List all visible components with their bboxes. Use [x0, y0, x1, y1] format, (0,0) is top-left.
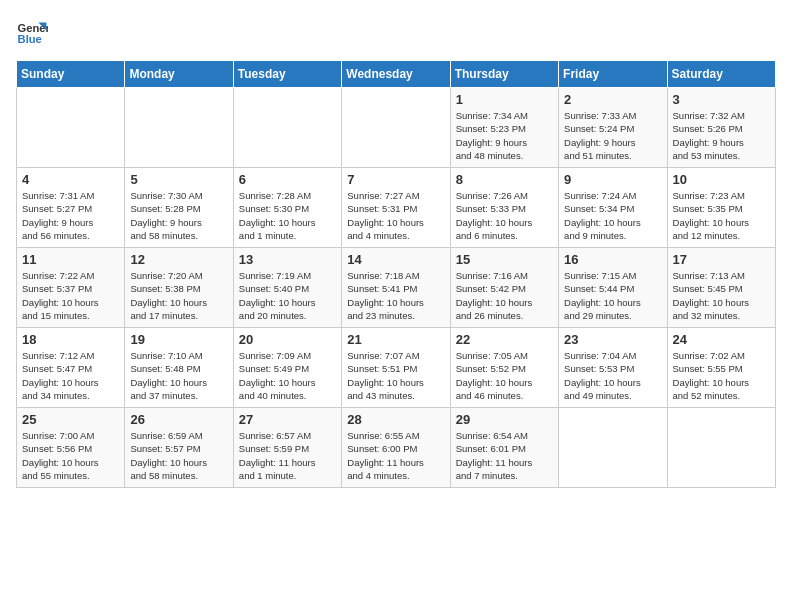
day-info: Sunrise: 7:16 AMSunset: 5:42 PMDaylight:…: [456, 269, 553, 322]
day-cell: 18Sunrise: 7:12 AMSunset: 5:47 PMDayligh…: [17, 328, 125, 408]
day-info: Sunrise: 7:32 AMSunset: 5:26 PMDaylight:…: [673, 109, 770, 162]
col-header-sunday: Sunday: [17, 61, 125, 88]
day-info: Sunrise: 6:57 AMSunset: 5:59 PMDaylight:…: [239, 429, 336, 482]
day-cell: 25Sunrise: 7:00 AMSunset: 5:56 PMDayligh…: [17, 408, 125, 488]
day-cell: 10Sunrise: 7:23 AMSunset: 5:35 PMDayligh…: [667, 168, 775, 248]
day-number: 6: [239, 172, 336, 187]
day-info: Sunrise: 6:54 AMSunset: 6:01 PMDaylight:…: [456, 429, 553, 482]
week-row-2: 4Sunrise: 7:31 AMSunset: 5:27 PMDaylight…: [17, 168, 776, 248]
week-row-3: 11Sunrise: 7:22 AMSunset: 5:37 PMDayligh…: [17, 248, 776, 328]
day-cell: 13Sunrise: 7:19 AMSunset: 5:40 PMDayligh…: [233, 248, 341, 328]
day-info: Sunrise: 7:13 AMSunset: 5:45 PMDaylight:…: [673, 269, 770, 322]
day-info: Sunrise: 7:07 AMSunset: 5:51 PMDaylight:…: [347, 349, 444, 402]
calendar-table: SundayMondayTuesdayWednesdayThursdayFrid…: [16, 60, 776, 488]
col-header-wednesday: Wednesday: [342, 61, 450, 88]
logo: General Blue: [16, 16, 52, 48]
day-cell: 6Sunrise: 7:28 AMSunset: 5:30 PMDaylight…: [233, 168, 341, 248]
week-row-4: 18Sunrise: 7:12 AMSunset: 5:47 PMDayligh…: [17, 328, 776, 408]
col-header-friday: Friday: [559, 61, 667, 88]
day-cell: 26Sunrise: 6:59 AMSunset: 5:57 PMDayligh…: [125, 408, 233, 488]
day-info: Sunrise: 7:19 AMSunset: 5:40 PMDaylight:…: [239, 269, 336, 322]
day-number: 7: [347, 172, 444, 187]
day-cell: 19Sunrise: 7:10 AMSunset: 5:48 PMDayligh…: [125, 328, 233, 408]
day-number: 14: [347, 252, 444, 267]
col-header-tuesday: Tuesday: [233, 61, 341, 88]
day-cell: 27Sunrise: 6:57 AMSunset: 5:59 PMDayligh…: [233, 408, 341, 488]
day-number: 12: [130, 252, 227, 267]
week-row-1: 1Sunrise: 7:34 AMSunset: 5:23 PMDaylight…: [17, 88, 776, 168]
day-info: Sunrise: 6:59 AMSunset: 5:57 PMDaylight:…: [130, 429, 227, 482]
day-number: 19: [130, 332, 227, 347]
day-cell: 28Sunrise: 6:55 AMSunset: 6:00 PMDayligh…: [342, 408, 450, 488]
week-row-5: 25Sunrise: 7:00 AMSunset: 5:56 PMDayligh…: [17, 408, 776, 488]
day-cell: 22Sunrise: 7:05 AMSunset: 5:52 PMDayligh…: [450, 328, 558, 408]
day-cell: 29Sunrise: 6:54 AMSunset: 6:01 PMDayligh…: [450, 408, 558, 488]
day-info: Sunrise: 7:26 AMSunset: 5:33 PMDaylight:…: [456, 189, 553, 242]
day-number: 18: [22, 332, 119, 347]
day-info: Sunrise: 7:15 AMSunset: 5:44 PMDaylight:…: [564, 269, 661, 322]
day-cell: [667, 408, 775, 488]
day-number: 16: [564, 252, 661, 267]
day-cell: 4Sunrise: 7:31 AMSunset: 5:27 PMDaylight…: [17, 168, 125, 248]
col-header-saturday: Saturday: [667, 61, 775, 88]
day-info: Sunrise: 7:02 AMSunset: 5:55 PMDaylight:…: [673, 349, 770, 402]
day-number: 24: [673, 332, 770, 347]
day-info: Sunrise: 7:22 AMSunset: 5:37 PMDaylight:…: [22, 269, 119, 322]
day-info: Sunrise: 7:05 AMSunset: 5:52 PMDaylight:…: [456, 349, 553, 402]
day-number: 5: [130, 172, 227, 187]
day-cell: 20Sunrise: 7:09 AMSunset: 5:49 PMDayligh…: [233, 328, 341, 408]
day-info: Sunrise: 7:27 AMSunset: 5:31 PMDaylight:…: [347, 189, 444, 242]
day-info: Sunrise: 6:55 AMSunset: 6:00 PMDaylight:…: [347, 429, 444, 482]
page-header: General Blue: [16, 16, 776, 48]
day-info: Sunrise: 7:30 AMSunset: 5:28 PMDaylight:…: [130, 189, 227, 242]
day-info: Sunrise: 7:34 AMSunset: 5:23 PMDaylight:…: [456, 109, 553, 162]
day-info: Sunrise: 7:04 AMSunset: 5:53 PMDaylight:…: [564, 349, 661, 402]
day-number: 4: [22, 172, 119, 187]
day-number: 27: [239, 412, 336, 427]
day-number: 23: [564, 332, 661, 347]
day-number: 20: [239, 332, 336, 347]
calendar-header-row: SundayMondayTuesdayWednesdayThursdayFrid…: [17, 61, 776, 88]
day-number: 25: [22, 412, 119, 427]
col-header-thursday: Thursday: [450, 61, 558, 88]
day-cell: 1Sunrise: 7:34 AMSunset: 5:23 PMDaylight…: [450, 88, 558, 168]
day-cell: 7Sunrise: 7:27 AMSunset: 5:31 PMDaylight…: [342, 168, 450, 248]
day-number: 29: [456, 412, 553, 427]
day-number: 9: [564, 172, 661, 187]
day-number: 11: [22, 252, 119, 267]
day-info: Sunrise: 7:10 AMSunset: 5:48 PMDaylight:…: [130, 349, 227, 402]
day-cell: 8Sunrise: 7:26 AMSunset: 5:33 PMDaylight…: [450, 168, 558, 248]
day-cell: 9Sunrise: 7:24 AMSunset: 5:34 PMDaylight…: [559, 168, 667, 248]
day-info: Sunrise: 7:12 AMSunset: 5:47 PMDaylight:…: [22, 349, 119, 402]
day-cell: 14Sunrise: 7:18 AMSunset: 5:41 PMDayligh…: [342, 248, 450, 328]
day-cell: [342, 88, 450, 168]
day-info: Sunrise: 7:00 AMSunset: 5:56 PMDaylight:…: [22, 429, 119, 482]
day-cell: 15Sunrise: 7:16 AMSunset: 5:42 PMDayligh…: [450, 248, 558, 328]
day-cell: 23Sunrise: 7:04 AMSunset: 5:53 PMDayligh…: [559, 328, 667, 408]
day-info: Sunrise: 7:31 AMSunset: 5:27 PMDaylight:…: [22, 189, 119, 242]
day-cell: 24Sunrise: 7:02 AMSunset: 5:55 PMDayligh…: [667, 328, 775, 408]
day-cell: 3Sunrise: 7:32 AMSunset: 5:26 PMDaylight…: [667, 88, 775, 168]
day-number: 2: [564, 92, 661, 107]
day-cell: [559, 408, 667, 488]
day-info: Sunrise: 7:20 AMSunset: 5:38 PMDaylight:…: [130, 269, 227, 322]
day-info: Sunrise: 7:24 AMSunset: 5:34 PMDaylight:…: [564, 189, 661, 242]
day-cell: 12Sunrise: 7:20 AMSunset: 5:38 PMDayligh…: [125, 248, 233, 328]
day-info: Sunrise: 7:33 AMSunset: 5:24 PMDaylight:…: [564, 109, 661, 162]
day-cell: 11Sunrise: 7:22 AMSunset: 5:37 PMDayligh…: [17, 248, 125, 328]
day-number: 3: [673, 92, 770, 107]
logo-icon: General Blue: [16, 16, 48, 48]
day-number: 13: [239, 252, 336, 267]
day-number: 22: [456, 332, 553, 347]
day-info: Sunrise: 7:28 AMSunset: 5:30 PMDaylight:…: [239, 189, 336, 242]
svg-text:Blue: Blue: [18, 33, 42, 45]
col-header-monday: Monday: [125, 61, 233, 88]
day-cell: 16Sunrise: 7:15 AMSunset: 5:44 PMDayligh…: [559, 248, 667, 328]
day-number: 1: [456, 92, 553, 107]
day-info: Sunrise: 7:09 AMSunset: 5:49 PMDaylight:…: [239, 349, 336, 402]
day-cell: 21Sunrise: 7:07 AMSunset: 5:51 PMDayligh…: [342, 328, 450, 408]
day-number: 8: [456, 172, 553, 187]
day-number: 21: [347, 332, 444, 347]
day-number: 15: [456, 252, 553, 267]
day-cell: [125, 88, 233, 168]
